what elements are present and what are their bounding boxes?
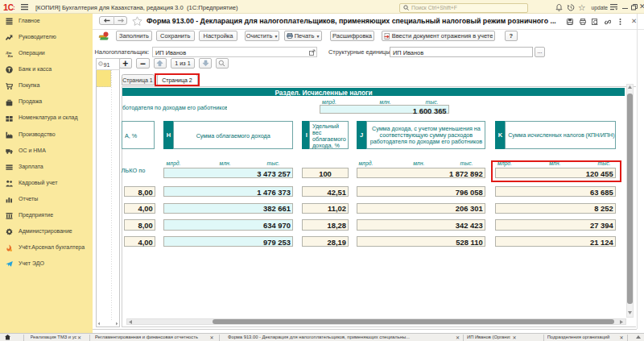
svg-text:Кт: Кт — [7, 54, 14, 57]
